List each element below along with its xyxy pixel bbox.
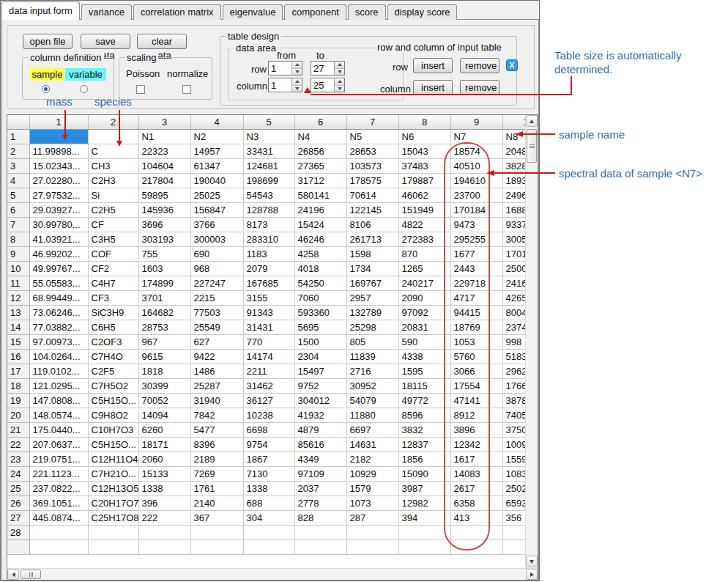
cell[interactable]: 240217 (398, 276, 450, 290)
cell[interactable]: 6697 (346, 422, 398, 437)
cell[interactable]: 1617 (450, 452, 502, 466)
cell[interactable]: 4349 (294, 452, 346, 466)
cell[interactable] (450, 525, 502, 539)
cell[interactable]: 85616 (294, 437, 346, 452)
row-header[interactable]: 6 (7, 202, 29, 217)
cell[interactable]: 25549 (190, 320, 243, 334)
cell[interactable]: 1867 (243, 452, 294, 466)
cell[interactable]: 2496 (502, 188, 525, 202)
cell[interactable]: 828 (294, 510, 346, 525)
spinner-down-icon[interactable] (292, 86, 302, 92)
column-header[interactable]: 5 (243, 115, 294, 129)
cell[interactable]: 272383 (398, 232, 450, 246)
tab-eigenvalue[interactable]: eigenvalue (223, 4, 283, 20)
spinner-down-icon[interactable] (335, 86, 344, 92)
cell[interactable]: 55.05583... (29, 276, 88, 290)
cell[interactable]: 28753 (138, 320, 190, 334)
tab-score[interactable]: score (348, 4, 386, 20)
cell[interactable]: 11839 (346, 349, 398, 364)
cell[interactable]: 11.99898... (29, 144, 88, 158)
cell[interactable]: C12H13O5 (88, 481, 138, 496)
cell[interactable]: 15497 (294, 364, 346, 378)
cell[interactable]: 261713 (346, 232, 398, 246)
cell[interactable]: 49772 (398, 393, 450, 408)
cell[interactable]: CH3 (88, 158, 138, 173)
row-header[interactable]: 3 (7, 158, 29, 173)
cell[interactable]: 1083 (502, 466, 525, 481)
row-header[interactable]: 20 (7, 408, 29, 422)
cell[interactable]: 8004 (502, 305, 525, 320)
cell[interactable]: C7H5O2 (88, 378, 138, 393)
cell[interactable]: 1856 (398, 452, 450, 466)
cell[interactable]: 6698 (243, 422, 294, 437)
cell[interactable]: 2443 (450, 261, 502, 276)
cell[interactable]: 2778 (294, 496, 346, 510)
cell[interactable]: 77503 (190, 305, 243, 320)
column-header[interactable]: 4 (190, 115, 243, 129)
cell[interactable]: 104.0264... (29, 349, 88, 364)
cell[interactable]: 1338 (138, 481, 190, 496)
cell[interactable]: 2140 (190, 496, 243, 510)
cell[interactable] (346, 525, 398, 539)
cell[interactable]: C20H17O7 (88, 496, 138, 510)
variable-radio[interactable] (80, 85, 88, 93)
cell[interactable]: 4258 (294, 246, 346, 261)
cell[interactable]: 178575 (346, 173, 398, 188)
cell[interactable]: 3696 (138, 217, 190, 232)
spinner-down-icon[interactable] (335, 69, 344, 75)
cell[interactable] (190, 525, 243, 539)
cell[interactable] (243, 539, 294, 554)
cell[interactable]: 6358 (450, 496, 502, 510)
cell[interactable]: C9H8O2 (88, 408, 138, 422)
row-header[interactable]: 21 (7, 422, 29, 437)
cell[interactable]: 300003 (190, 232, 243, 246)
cell[interactable]: 870 (398, 246, 450, 261)
cell[interactable]: 2060 (138, 452, 190, 466)
cell[interactable]: 14083 (450, 466, 502, 481)
cell[interactable]: 194610 (450, 173, 502, 188)
cell[interactable] (29, 129, 88, 144)
cell[interactable]: 145936 (138, 202, 190, 217)
cell[interactable]: 7130 (243, 466, 294, 481)
cell[interactable]: 59895 (138, 188, 190, 202)
row-header[interactable]: 27 (7, 510, 29, 525)
cell[interactable]: 18574 (450, 144, 502, 158)
cell[interactable]: 1595 (398, 364, 450, 378)
cell[interactable]: C5H15O... (88, 437, 138, 452)
cell[interactable]: 2090 (398, 290, 450, 305)
cell[interactable]: 1688 (502, 202, 525, 217)
cell[interactable]: 1009 (502, 437, 525, 452)
cell[interactable]: 46.99202... (29, 246, 88, 261)
cell[interactable]: 49.99767... (29, 261, 88, 276)
cell[interactable] (138, 539, 190, 554)
cell[interactable] (190, 539, 243, 554)
cell[interactable]: 283310 (243, 232, 294, 246)
cell[interactable]: 31462 (243, 378, 294, 393)
x-close-button[interactable]: X (506, 59, 518, 71)
row-header[interactable]: 8 (7, 232, 29, 246)
cell[interactable]: 2716 (346, 364, 398, 378)
cell[interactable]: 967 (138, 334, 190, 349)
cell[interactable]: 369.1051... (29, 496, 88, 510)
cell[interactable]: 690 (190, 246, 243, 261)
cell[interactable]: 190040 (190, 173, 243, 188)
cell[interactable]: 1486 (190, 364, 243, 378)
cell[interactable]: 179887 (398, 173, 450, 188)
cell[interactable]: 968 (190, 261, 243, 276)
cell[interactable]: 14957 (190, 144, 243, 158)
cell[interactable]: 97.00973... (29, 334, 88, 349)
column-header[interactable]: 1 (29, 115, 88, 129)
cell[interactable] (398, 539, 450, 554)
cell[interactable]: 68.99449... (29, 290, 88, 305)
scroll-left-button[interactable] (7, 569, 19, 580)
cell[interactable]: 175.0440... (29, 422, 88, 437)
cell[interactable] (398, 525, 450, 539)
cell[interactable]: 2215 (190, 290, 243, 305)
cell[interactable] (450, 539, 502, 554)
row-header[interactable]: 19 (7, 393, 29, 408)
col-from-spinner[interactable]: 1 (268, 78, 302, 92)
cell[interactable]: 54250 (294, 276, 346, 290)
cell[interactable]: 3878 (502, 393, 525, 408)
cell[interactable]: 2211 (243, 364, 294, 378)
row-header[interactable]: 5 (7, 188, 29, 202)
